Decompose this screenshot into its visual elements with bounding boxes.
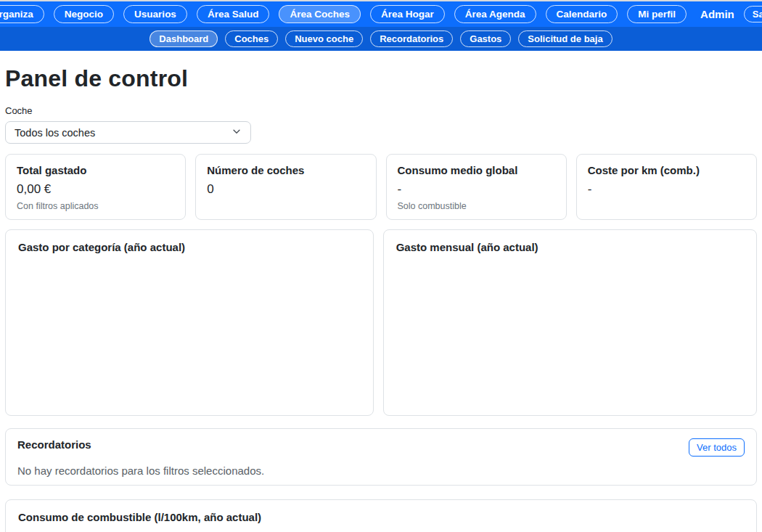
car-filter-selected-value: Todos los coches — [15, 127, 95, 139]
coches-sub-navbar: Dashboard Coches Nuevo coche Recordatori… — [0, 27, 762, 51]
stat-title: Total gastado — [17, 164, 174, 176]
stat-note: Con filtros aplicados — [17, 201, 174, 211]
subnav-item-dashboard[interactable]: Dashboard — [149, 30, 218, 47]
reminders-empty-message: No hay recordatorios para los filtros se… — [17, 465, 745, 477]
stat-value: - — [588, 182, 745, 197]
fuel-consumption-card: Consumo de combustible (l/100km, año act… — [5, 499, 757, 532]
subnav-item-recordatorios[interactable]: Recordatorios — [370, 30, 453, 47]
page-title: Panel de control — [5, 65, 757, 92]
chart-card-gasto-categoria: Gasto por categoría (año actual) — [5, 229, 374, 416]
stat-card-total-gastado: Total gastado 0,00 € Con filtros aplicad… — [5, 154, 186, 220]
stat-title: Coste por km (comb.) — [588, 164, 745, 176]
stat-title: Consumo medio global — [398, 164, 555, 176]
stat-value: 0,00 € — [17, 182, 174, 197]
nav-item-area-agenda[interactable]: Área Agenda — [454, 5, 536, 23]
logout-button[interactable]: Salir — [744, 6, 762, 22]
chevron-down-icon — [232, 126, 242, 139]
subnav-item-solicitud-de-baja[interactable]: Solicitud de baja — [518, 30, 612, 47]
stat-card-consumo-medio: Consumo medio global - Solo combustible — [386, 154, 567, 220]
chart-card-gasto-mensual: Gasto mensual (año actual) — [383, 229, 757, 416]
nav-item-area-salud[interactable]: Área Salud — [197, 5, 270, 23]
car-filter-select[interactable]: Todos los coches — [5, 121, 251, 144]
dashboard-main: Panel de control Coche Todos los coches … — [0, 51, 762, 532]
nav-item-usuarios[interactable]: Usuarios — [123, 5, 187, 23]
top-navbar: Organiza Negocio Usuarios Área Salud Áre… — [0, 1, 762, 27]
stat-value: - — [398, 182, 555, 197]
chart-title: Gasto por categoría (año actual) — [18, 241, 361, 253]
stat-title: Número de coches — [207, 164, 364, 176]
fuel-chart-title: Consumo de combustible (l/100km, año act… — [18, 511, 744, 523]
view-all-reminders-button[interactable]: Ver todos — [689, 438, 745, 457]
car-filter-label: Coche — [5, 105, 757, 116]
chart-title: Gasto mensual (año actual) — [396, 241, 744, 253]
subnav-item-gastos[interactable]: Gastos — [460, 30, 511, 47]
stats-row: Total gastado 0,00 € Con filtros aplicad… — [5, 154, 757, 220]
stat-note: Solo combustible — [398, 201, 555, 211]
stat-value: 0 — [207, 182, 364, 197]
nav-item-organiza[interactable]: Organiza — [0, 5, 44, 23]
nav-item-calendario[interactable]: Calendario — [546, 5, 618, 23]
nav-item-area-coches[interactable]: Área Coches — [279, 5, 361, 23]
charts-row: Gasto por categoría (año actual) Gasto m… — [5, 229, 757, 416]
subnav-item-coches[interactable]: Coches — [225, 30, 278, 47]
stat-card-numero-coches: Número de coches 0 — [195, 154, 376, 220]
nav-item-mi-perfil[interactable]: Mi perfil — [627, 5, 687, 23]
reminders-card: Recordatorios Ver todos No hay recordato… — [5, 428, 757, 486]
logged-in-user-label: Admin — [700, 8, 734, 20]
reminders-title: Recordatorios — [17, 438, 91, 451]
subnav-item-nuevo-coche[interactable]: Nuevo coche — [285, 30, 363, 47]
nav-item-area-hogar[interactable]: Área Hogar — [370, 5, 445, 23]
nav-item-negocio[interactable]: Negocio — [54, 5, 114, 23]
stat-card-coste-por-km: Coste por km (comb.) - — [576, 154, 757, 220]
